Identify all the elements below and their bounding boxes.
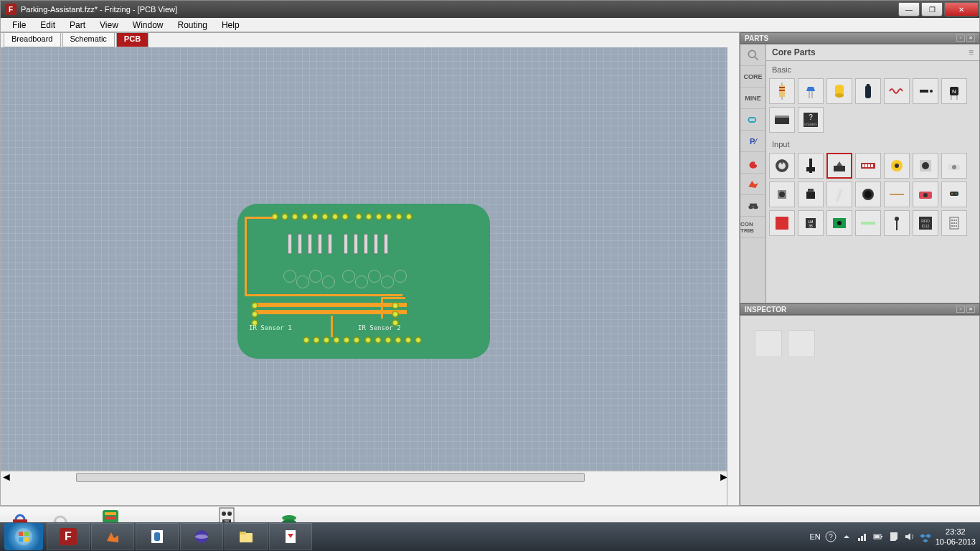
part-sensor-remote[interactable]: [941, 182, 967, 207]
bin-search[interactable]: [740, 44, 765, 66]
bin-parallax[interactable]: P⁄: [740, 131, 765, 152]
svg-line-1: [755, 57, 758, 60]
svg-rect-4: [750, 203, 757, 205]
parts-grid-input: LM35 RFIDID12: [769, 150, 976, 242]
close-button[interactable]: ✕: [944, 2, 979, 17]
part-strip[interactable]: [884, 182, 910, 207]
tray-up-icon[interactable]: [841, 531, 852, 542]
task-python[interactable]: [136, 523, 179, 550]
part-jumper[interactable]: [913, 78, 938, 104]
tab-schematic[interactable]: Schematic: [62, 33, 115, 47]
inspector-header-label: INSPECTOR: [745, 306, 786, 314]
menu-edit[interactable]: Edit: [33, 19, 62, 32]
bin-arduino[interactable]: [740, 109, 765, 131]
menu-help[interactable]: Help: [215, 19, 247, 32]
start-button[interactable]: [4, 523, 43, 550]
part-led-bar[interactable]: [855, 210, 881, 236]
tab-breadboard[interactable]: Breadboard: [4, 33, 61, 47]
part-temp[interactable]: LM35: [798, 210, 824, 236]
task-pdf[interactable]: [269, 523, 312, 550]
part-pushbutton[interactable]: [769, 182, 795, 207]
bin-snoot[interactable]: [740, 174, 765, 195]
part-reflect[interactable]: [826, 182, 852, 207]
part-green-brk[interactable]: [826, 210, 852, 236]
task-matlab[interactable]: [91, 523, 134, 550]
panel-undock-icon[interactable]: ▫: [956, 306, 965, 313]
part-dip[interactable]: [855, 153, 881, 179]
part-sensor-red[interactable]: [769, 210, 795, 236]
part-pot[interactable]: [941, 153, 967, 179]
part-cap-elec[interactable]: [826, 78, 852, 104]
part-encoder[interactable]: [913, 153, 938, 179]
bin-contrib[interactable]: CON TRIB: [740, 217, 765, 238]
part-antenna[interactable]: [884, 210, 910, 236]
action-center-icon[interactable]: [888, 531, 900, 542]
bin-sparkfun[interactable]: [740, 152, 765, 174]
inspector-thumb: [755, 330, 782, 357]
part-camera[interactable]: [913, 182, 938, 207]
app-icon: F: [5, 4, 17, 15]
inspector-panel: [740, 315, 980, 506]
part-mystery[interactable]: ?mystery: [798, 107, 824, 133]
menu-routing[interactable]: Routing: [171, 19, 215, 32]
tray-lang[interactable]: EN: [809, 532, 820, 541]
menu-view[interactable]: View: [93, 19, 126, 32]
parts-bin-tabs: CORE MINE P⁄ CON TRIB: [740, 44, 766, 303]
menu-part[interactable]: Part: [62, 19, 93, 32]
dropbox-icon[interactable]: [920, 531, 931, 542]
menu-window[interactable]: Window: [126, 19, 171, 32]
part-mic[interactable]: [855, 182, 881, 207]
horizontal-scrollbar[interactable]: ◄►: [1, 471, 727, 483]
svg-rect-23: [775, 117, 789, 124]
part-rfid[interactable]: RFIDID12: [913, 210, 938, 236]
inspector-panel-header[interactable]: INSPECTOR ▫×: [740, 303, 980, 315]
part-tilt[interactable]: [826, 153, 852, 179]
menu-file[interactable]: File: [5, 19, 33, 32]
bin-mine[interactable]: MINE: [740, 88, 765, 109]
task-eclipse[interactable]: [180, 523, 223, 550]
svg-rect-108: [864, 534, 866, 541]
section-basic: Basic: [769, 64, 976, 75]
task-fritzing[interactable]: F: [47, 523, 90, 550]
part-resistor[interactable]: [769, 78, 795, 104]
parts-menu-icon[interactable]: ≡: [969, 47, 974, 57]
battery-icon[interactable]: [872, 531, 884, 542]
svg-rect-7: [779, 90, 785, 91]
part-capacitor[interactable]: [798, 78, 824, 104]
vertical-scrollbar[interactable]: [727, 47, 739, 505]
panel-close-icon[interactable]: ×: [966, 34, 975, 42]
pcb-board[interactable]: IR Sensor 1 IR Sensor 2: [237, 204, 490, 359]
part-slider[interactable]: [798, 153, 824, 179]
bin-core[interactable]: CORE: [740, 66, 765, 88]
tab-pcb[interactable]: PCB: [116, 33, 149, 47]
minimize-button[interactable]: —: [898, 2, 920, 17]
svg-rect-97: [24, 537, 29, 542]
parts-panel-header[interactable]: PARTS ▫×: [740, 32, 980, 44]
network-icon[interactable]: [857, 531, 868, 542]
part-rotary-sw[interactable]: [884, 153, 910, 179]
pcb-canvas[interactable]: IR Sensor 1 IR Sensor 2: [1, 47, 727, 471]
maximize-button[interactable]: ❐: [921, 2, 943, 17]
svg-rect-47: [806, 192, 815, 199]
volume-icon[interactable]: [904, 531, 915, 542]
bin-3d[interactable]: [740, 195, 765, 217]
part-board[interactable]: [769, 107, 795, 133]
part-knob[interactable]: [769, 153, 795, 179]
svg-point-66: [895, 217, 899, 221]
parts-scroll[interactable]: Basic N ?mystery Input: [766, 61, 979, 303]
part-chip[interactable]: N: [941, 78, 967, 104]
help-icon[interactable]: ?: [825, 531, 837, 542]
panel-undock-icon[interactable]: ▫: [956, 34, 965, 42]
menu-bar: File Edit Part View Window Routing Help: [0, 18, 980, 32]
part-inductor[interactable]: [884, 78, 910, 104]
svg-text:?: ?: [809, 113, 813, 121]
task-explorer[interactable]: [225, 523, 268, 550]
panel-close-icon[interactable]: ×: [966, 306, 975, 313]
tray-clock[interactable]: 23:32 10-06-2013: [936, 527, 976, 547]
part-battery[interactable]: [855, 78, 881, 104]
part-keypad[interactable]: [941, 210, 967, 236]
svg-text:?: ?: [829, 533, 833, 541]
svg-point-56: [951, 193, 953, 194]
part-ir[interactable]: [798, 182, 824, 207]
editor-area: Breadboard Schematic PCB: [0, 32, 740, 506]
